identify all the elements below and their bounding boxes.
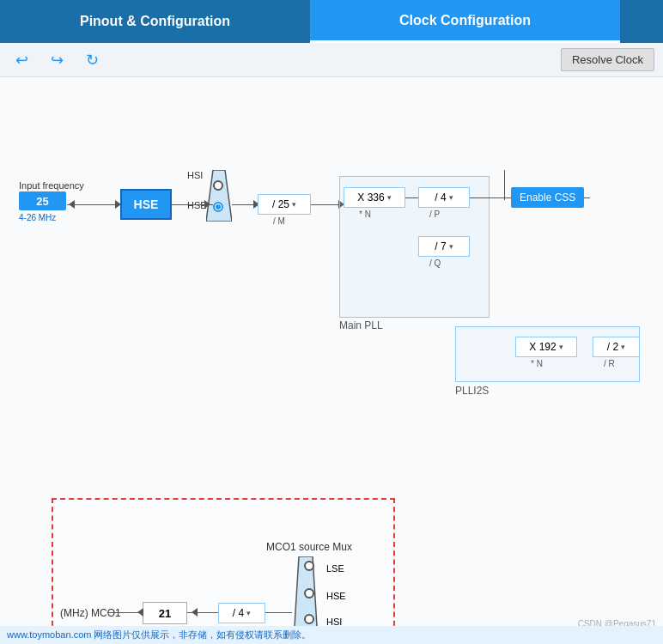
- wire-n-p: [405, 197, 418, 198]
- mco1-mux-label: MCO1 source Mux: [266, 541, 352, 553]
- tab-clock[interactable]: Clock Configuration: [310, 0, 620, 43]
- clock-canvas: Input frequency 25 4-26 MHz HSE HSI HSE …: [0, 77, 663, 644]
- mco1-radio-lse[interactable]: [304, 561, 314, 571]
- n-sub: * N: [359, 210, 371, 219]
- header: Pinout & Configuration Clock Configurati…: [0, 0, 663, 43]
- mco1-hse-label: HSE: [326, 591, 346, 601]
- mco1-value-box: 21: [143, 602, 187, 624]
- tab-extra[interactable]: [620, 0, 663, 43]
- plli2s-r-arrow: ▾: [621, 343, 625, 351]
- q-sub: / Q: [429, 258, 441, 268]
- m-divider-dropdown[interactable]: / 25 ▾: [258, 194, 311, 215]
- arrow-input-hse: [115, 200, 121, 209]
- mux-radio-hsi[interactable]: [213, 180, 223, 191]
- mco1-label: (MHz) MCO1: [60, 607, 121, 619]
- p-divider-dropdown[interactable]: / 4 ▾: [418, 187, 470, 208]
- plli2s-label: PLLI2S: [455, 385, 489, 397]
- input-freq-label: Input frequency: [19, 180, 84, 191]
- mco1-radio-hse[interactable]: [304, 588, 314, 598]
- plli2s-n-dropdown[interactable]: X 192 ▾: [515, 337, 577, 357]
- arrow-mco1-div: [192, 608, 198, 617]
- toolbar: ↩ ↪ ↻ Resolve Clock: [0, 43, 663, 77]
- arrow-hse-mux: [204, 200, 210, 209]
- mux-shape: [206, 170, 232, 222]
- mux-radio-hse[interactable]: [213, 202, 223, 212]
- mco1-div-arrow: ▾: [246, 609, 251, 617]
- m-divider-sub: / M: [273, 216, 285, 226]
- m-divider-arrow: ▾: [292, 200, 296, 209]
- input-freq-range: 4-26 MHz: [19, 213, 56, 222]
- plli2s-n-arrow: ▾: [559, 343, 563, 351]
- wire-pll-out: [470, 197, 504, 198]
- plli2s-n-sub: * N: [531, 359, 543, 368]
- redo-button[interactable]: ↪: [44, 47, 70, 73]
- input-freq-value: 25: [19, 191, 66, 210]
- q-divider-dropdown[interactable]: / 7 ▾: [418, 236, 470, 257]
- main-pll-label: Main PLL: [339, 319, 383, 331]
- svg-marker-0: [206, 170, 232, 222]
- n-multiplier-dropdown[interactable]: X 336 ▾: [344, 187, 405, 208]
- mco1-divider-dropdown[interactable]: / 4 ▾: [218, 603, 265, 623]
- enable-css-button[interactable]: Enable CSS: [511, 187, 584, 208]
- plli2s-r-dropdown[interactable]: / 2 ▾: [593, 337, 640, 357]
- watermark: www.toymoban.com 网络图片仅供展示，非存储，如有侵权请联系删除。: [0, 626, 663, 644]
- hsi-top-label: HSI: [187, 170, 203, 180]
- p-sub: / P: [429, 210, 440, 219]
- mco1-lse-label: LSE: [326, 563, 344, 574]
- wire-mco1-out: [107, 612, 142, 613]
- n-arrow: ▾: [387, 193, 392, 202]
- plli2s-r-sub: / R: [604, 359, 615, 368]
- p-arrow: ▾: [449, 193, 453, 202]
- arrow-feedback: [69, 200, 75, 209]
- refresh-button[interactable]: ↻: [79, 47, 106, 73]
- undo-button[interactable]: ↩: [9, 47, 35, 73]
- q-arrow: ▾: [449, 242, 453, 251]
- mco1-radio-hsi[interactable]: [304, 614, 314, 624]
- tab-pinout[interactable]: Pinout & Configuration: [0, 0, 310, 43]
- hse-block: HSE: [120, 189, 172, 220]
- wire-input-hse: [67, 204, 120, 205]
- wire-css-v: [504, 170, 505, 200]
- resolve-clock-button[interactable]: Resolve Clock: [561, 48, 654, 71]
